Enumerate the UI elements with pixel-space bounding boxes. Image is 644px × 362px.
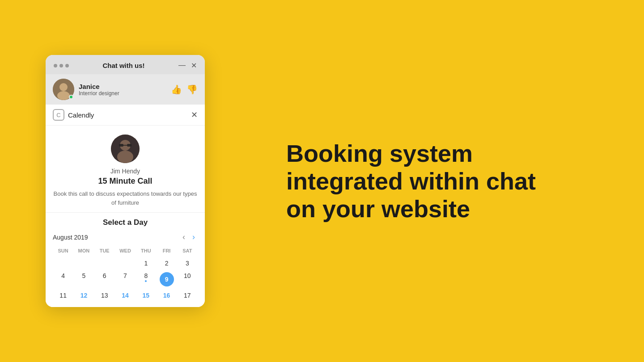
cal-day-6[interactable]: 6 bbox=[94, 269, 115, 289]
cal-day-15[interactable]: 15 bbox=[136, 289, 156, 302]
calendar-weekdays: SUN MON TUE WED THU FRI SAT bbox=[53, 246, 198, 255]
weekday-wed: WED bbox=[115, 246, 136, 255]
minimize-icon[interactable]: — bbox=[178, 61, 186, 70]
right-panel: Booking system integrated within chat on… bbox=[250, 113, 644, 249]
cal-day-3[interactable]: 3 bbox=[177, 257, 198, 269]
next-month-button[interactable]: › bbox=[190, 232, 198, 243]
cal-day-7[interactable]: 7 bbox=[115, 269, 136, 289]
agent-info: Janice Interrior designer bbox=[53, 79, 119, 100]
booking-info: Jim Hendy 15 Minute Call Book this call … bbox=[46, 126, 205, 213]
cal-day-17[interactable]: 17 bbox=[177, 289, 198, 302]
cal-day-8[interactable]: 8 bbox=[136, 269, 156, 289]
cal-day-1[interactable]: 1 bbox=[136, 257, 156, 269]
booking-description: Book this call to discuss expectations t… bbox=[53, 189, 198, 207]
weekday-sat: SAT bbox=[177, 246, 198, 255]
chat-widget: Chat with us! — ✕ bbox=[46, 55, 205, 307]
calendar-row-2: 4 5 6 7 8 9 10 bbox=[53, 269, 198, 289]
weekday-mon: MON bbox=[73, 246, 94, 255]
calendar-section-title: Select a Day bbox=[53, 218, 198, 227]
calendly-name: Calendly bbox=[68, 111, 94, 119]
thumbdown-button[interactable]: 👎 bbox=[186, 84, 198, 95]
left-panel: Chat with us! — ✕ bbox=[0, 0, 250, 362]
cal-day-14[interactable]: 14 bbox=[115, 289, 136, 302]
agent-avatar-wrap bbox=[53, 79, 74, 100]
dot-2 bbox=[59, 64, 63, 67]
cal-day-empty-3 bbox=[94, 257, 115, 269]
close-icon[interactable]: ✕ bbox=[191, 61, 197, 70]
cal-day-9-selected[interactable]: 9 bbox=[160, 272, 174, 286]
cal-day-16[interactable]: 16 bbox=[156, 289, 177, 302]
window-dots bbox=[54, 64, 69, 67]
agent-name: Janice bbox=[79, 83, 119, 90]
weekday-thu: THU bbox=[136, 246, 156, 255]
agent-bar: Janice Interrior designer 👍 👎 bbox=[46, 74, 205, 105]
dot-1 bbox=[54, 64, 57, 67]
svg-point-2 bbox=[57, 91, 70, 100]
svg-rect-6 bbox=[119, 144, 123, 147]
svg-point-5 bbox=[117, 151, 133, 163]
agent-actions: 👍 👎 bbox=[171, 84, 198, 95]
chat-header-controls: — ✕ bbox=[178, 61, 197, 70]
thumbup-button[interactable]: 👍 bbox=[171, 84, 182, 95]
cal-day-11[interactable]: 11 bbox=[53, 289, 73, 302]
calendar-nav: August 2019 ‹ › bbox=[53, 232, 198, 243]
cal-day-empty-1 bbox=[53, 257, 73, 269]
cal-day-12[interactable]: 12 bbox=[73, 289, 94, 302]
cal-day-9[interactable]: 9 bbox=[156, 269, 177, 289]
cal-day-empty-2 bbox=[73, 257, 94, 269]
weekday-tue: TUE bbox=[94, 246, 115, 255]
calendar-section: Select a Day August 2019 ‹ › SUN MON TUE… bbox=[46, 213, 205, 307]
calendly-close-button[interactable]: ✕ bbox=[191, 110, 198, 120]
weekday-fri: FRI bbox=[156, 246, 177, 255]
online-indicator bbox=[69, 95, 73, 99]
agent-role: Interrior designer bbox=[79, 90, 119, 97]
headline: Booking system integrated within chat on… bbox=[286, 139, 546, 223]
cal-day-13[interactable]: 13 bbox=[94, 289, 115, 302]
calendar-row-3: 11 12 13 14 15 16 17 bbox=[53, 289, 198, 302]
calendar-row-1: 1 2 3 bbox=[53, 257, 198, 269]
cal-day-5[interactable]: 5 bbox=[73, 269, 94, 289]
cal-day-4[interactable]: 4 bbox=[53, 269, 73, 289]
booking-person-name: Jim Hendy bbox=[53, 168, 198, 175]
chat-header-bar: Chat with us! — ✕ bbox=[46, 55, 205, 74]
agent-text: Janice Interrior designer bbox=[79, 83, 119, 97]
calendly-icon: C bbox=[53, 109, 64, 121]
cal-day-10[interactable]: 10 bbox=[177, 269, 198, 289]
booking-avatar bbox=[111, 135, 140, 163]
cal-day-empty-4 bbox=[115, 257, 136, 269]
calendar-month: August 2019 bbox=[53, 234, 88, 241]
prev-month-button[interactable]: ‹ bbox=[180, 232, 188, 243]
weekday-sun: SUN bbox=[53, 246, 73, 255]
calendly-logo-wrap: C Calendly bbox=[53, 109, 94, 121]
booking-call-title: 15 Minute Call bbox=[53, 177, 198, 186]
svg-rect-7 bbox=[127, 144, 131, 147]
calendly-bar: C Calendly ✕ bbox=[46, 105, 205, 126]
chat-title: Chat with us! bbox=[102, 62, 144, 69]
calendly-embed: C Calendly ✕ bbox=[46, 105, 205, 307]
dot-3 bbox=[65, 64, 69, 67]
svg-point-1 bbox=[59, 83, 68, 91]
cal-day-2[interactable]: 2 bbox=[156, 257, 177, 269]
calendar-grid: SUN MON TUE WED THU FRI SAT 1 bbox=[53, 246, 198, 302]
